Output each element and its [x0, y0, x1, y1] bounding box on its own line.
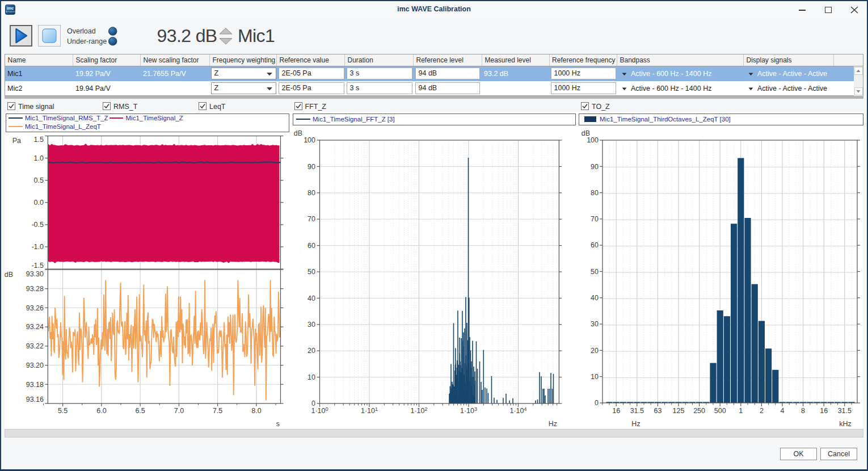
svg-text:20: 20 [307, 347, 315, 355]
svg-text:0.5: 0.5 [34, 176, 44, 184]
svg-text:-1.5: -1.5 [31, 262, 44, 270]
svg-text:-1.0: -1.0 [31, 243, 44, 251]
svg-text:80: 80 [307, 189, 315, 197]
svg-text:60: 60 [591, 241, 599, 249]
svg-text:10: 10 [591, 373, 599, 381]
svg-text:1·103: 1·103 [460, 406, 477, 415]
svg-text:40: 40 [591, 294, 599, 302]
svg-text:100: 100 [304, 136, 315, 144]
svg-text:s: s [276, 420, 280, 428]
svg-text:50: 50 [591, 268, 599, 276]
svg-text:1·100: 1·100 [311, 406, 328, 415]
svg-text:500: 500 [714, 407, 726, 415]
svg-text:93.16: 93.16 [26, 396, 44, 403]
svg-text:90: 90 [591, 163, 599, 171]
svg-text:Hz: Hz [549, 420, 557, 428]
svg-text:30: 30 [307, 321, 315, 329]
svg-text:16: 16 [612, 407, 620, 415]
svg-text:7.0: 7.0 [174, 407, 184, 415]
svg-text:40: 40 [307, 295, 315, 302]
svg-text:30: 30 [591, 320, 599, 328]
svg-text:31.5: 31.5 [630, 407, 644, 415]
svg-text:70: 70 [307, 215, 315, 223]
svg-text:dB: dB [294, 129, 302, 137]
svg-text:Hz: Hz [631, 420, 640, 428]
svg-text:kHz: kHz [839, 420, 852, 428]
svg-text:6.5: 6.5 [135, 407, 145, 415]
svg-text:6.0: 6.0 [96, 407, 106, 415]
svg-text:5.5: 5.5 [58, 407, 68, 415]
svg-text:80: 80 [591, 189, 599, 197]
svg-text:93.20: 93.20 [26, 361, 44, 369]
svg-text:1: 1 [739, 407, 743, 415]
svg-text:100: 100 [587, 136, 599, 144]
svg-text:7.5: 7.5 [213, 407, 222, 415]
svg-text:1.0: 1.0 [34, 154, 44, 162]
svg-text:8: 8 [801, 407, 805, 415]
svg-text:0.0: 0.0 [34, 199, 44, 207]
svg-text:60: 60 [307, 242, 315, 250]
svg-text:4: 4 [781, 407, 785, 415]
svg-text:31.5: 31.5 [838, 407, 852, 415]
svg-text:0: 0 [595, 399, 599, 407]
svg-text:93.18: 93.18 [26, 381, 44, 389]
svg-text:93.22: 93.22 [26, 342, 44, 350]
svg-text:Pa: Pa [12, 137, 21, 145]
svg-text:-0.5: -0.5 [31, 221, 44, 229]
svg-text:8.0: 8.0 [251, 407, 261, 415]
svg-text:dB: dB [582, 129, 590, 137]
svg-text:20: 20 [591, 347, 599, 355]
svg-text:93.30: 93.30 [26, 270, 44, 278]
svg-text:125: 125 [673, 407, 685, 415]
svg-text:90: 90 [307, 163, 315, 171]
svg-text:70: 70 [591, 215, 599, 223]
svg-text:250: 250 [693, 407, 705, 415]
svg-text:2: 2 [760, 407, 764, 415]
svg-text:16: 16 [820, 407, 828, 415]
svg-text:1·104: 1·104 [509, 406, 526, 415]
svg-text:50: 50 [307, 268, 315, 276]
svg-text:1·102: 1·102 [410, 406, 427, 415]
svg-text:93.24: 93.24 [26, 323, 44, 331]
svg-text:63: 63 [654, 407, 661, 415]
svg-text:1·101: 1·101 [361, 406, 378, 415]
svg-text:dB: dB [5, 271, 13, 279]
svg-text:93.26: 93.26 [26, 304, 44, 312]
svg-text:93.28: 93.28 [26, 285, 44, 293]
svg-text:1.5: 1.5 [34, 136, 44, 144]
svg-text:10: 10 [307, 373, 315, 381]
